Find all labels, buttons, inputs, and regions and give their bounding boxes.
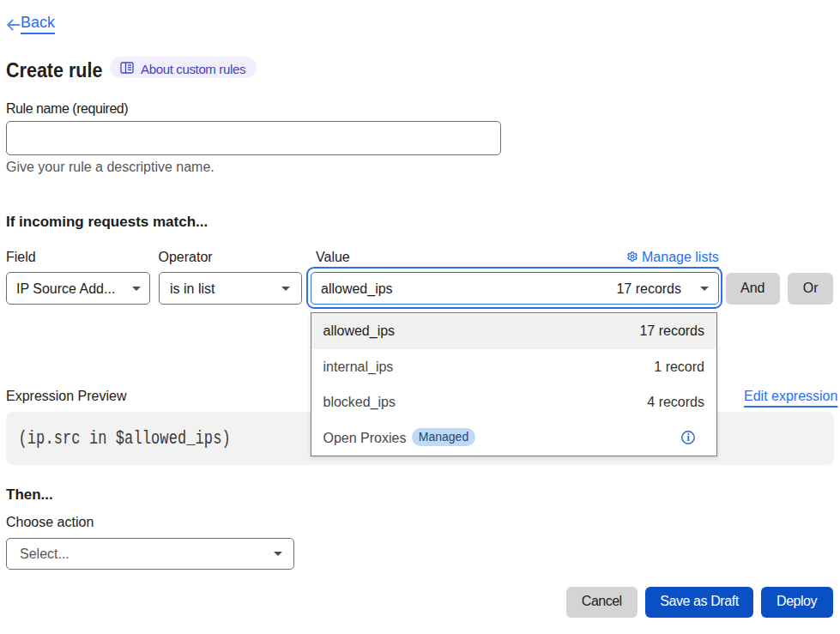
svg-text:i: i xyxy=(686,432,690,443)
